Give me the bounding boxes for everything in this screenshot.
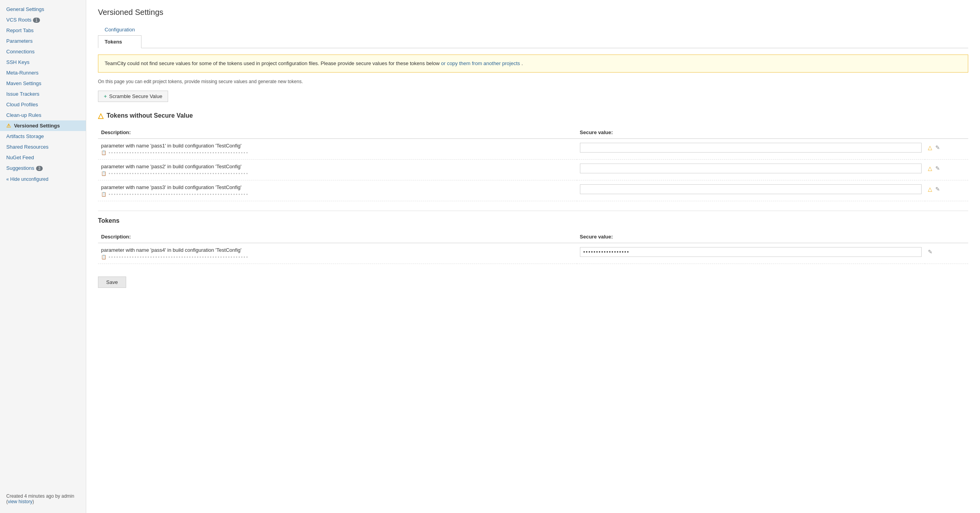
sidebar-item-report-tabs[interactable]: Report Tabs — [0, 25, 86, 36]
sidebar-item-nuget-feed[interactable]: NuGet Feed — [0, 152, 86, 163]
secure-value-input[interactable] — [580, 164, 922, 173]
sidebar-badge: 3 — [36, 166, 43, 171]
tokens-without-section-title: △ Tokens without Secure Value — [98, 111, 968, 120]
secure-value-cell — [577, 243, 925, 264]
save-button[interactable]: Save — [98, 277, 126, 288]
sidebar-item-label: Maven Settings — [6, 80, 42, 86]
sidebar-item-label: SSH Keys — [6, 59, 29, 65]
footer-text: Created 4 minutes ago by admin — [6, 493, 74, 499]
sidebar-item-general-settings[interactable]: General Settings — [0, 4, 86, 15]
warning-icon: △ — [928, 186, 932, 192]
sidebar-item-clean-up-rules[interactable]: Clean-up Rules — [0, 110, 86, 120]
secure-value-input[interactable] — [580, 247, 922, 257]
warning-banner: TeamCity could not find secure values fo… — [98, 55, 968, 73]
sidebar-item-label: Parameters — [6, 38, 33, 44]
edit-icon[interactable]: ✎ — [935, 186, 940, 192]
token-hash: 📋 ••••••••••••••••••••••••••••••••••••••… — [101, 192, 574, 197]
edit-icon[interactable]: ✎ — [935, 165, 940, 171]
action-cell: ✎ — [925, 243, 968, 264]
sidebar-item-label: NuGet Feed — [6, 155, 34, 160]
plus-icon: + — [104, 93, 107, 99]
sidebar-item-label: Clean-up Rules — [6, 112, 42, 118]
scramble-button[interactable]: + Scramble Secure Value — [98, 91, 168, 102]
sidebar-item-issue-trackers[interactable]: Issue Trackers — [0, 89, 86, 99]
desc-header-1: Description: — [98, 126, 577, 139]
secure-value-input[interactable] — [580, 184, 922, 194]
sidebar-item-connections[interactable]: Connections — [0, 46, 86, 57]
sidebar-item-parameters[interactable]: Parameters — [0, 36, 86, 46]
copy-icon[interactable]: 📋 — [101, 255, 107, 260]
warning-text: TeamCity could not find secure values fo… — [105, 60, 441, 66]
page-description: On this page you can edit project tokens… — [98, 79, 968, 84]
token-desc-cell: parameter with name 'pass2' in build con… — [98, 159, 577, 180]
sidebar-item-label: Meta-Runners — [6, 70, 38, 76]
sidebar-item-label: Cloud Profiles — [6, 102, 38, 107]
secure-value-cell — [577, 180, 925, 201]
sidebar-item-artifacts-storage[interactable]: Artifacts Storage — [0, 131, 86, 142]
warning-icon: △ — [928, 165, 932, 171]
token-description: parameter with name 'pass4' in build con… — [101, 247, 574, 253]
token-hash: 📋 ••••••••••••••••••••••••••••••••••••••… — [101, 150, 574, 155]
action-cell: △ ✎ — [925, 159, 968, 180]
sidebar-item-label: Shared Resources — [6, 144, 49, 150]
token-without-row: parameter with name 'pass2' in build con… — [98, 159, 968, 180]
token-desc-cell: parameter with name 'pass1' in build con… — [98, 138, 577, 159]
sidebar-item-versioned-settings[interactable]: ⚠ Versioned Settings — [0, 120, 86, 131]
desc-header-2: Description: — [98, 231, 577, 243]
token-desc-cell: parameter with name 'pass3' in build con… — [98, 180, 577, 201]
token-desc-cell: parameter with name 'pass4' in build con… — [98, 243, 577, 264]
secure-value-input[interactable] — [580, 143, 922, 153]
copy-link[interactable]: or copy them from another projects — [441, 60, 520, 66]
hash-text: ••••••••••••••••••••••••••••••••••••••••… — [108, 255, 248, 260]
tokens-title-text: Tokens — [98, 217, 120, 224]
copy-icon[interactable]: 📋 — [101, 192, 107, 197]
token-description: parameter with name 'pass3' in build con… — [101, 184, 574, 190]
sidebar-item-suggestions[interactable]: Suggestions3 — [0, 163, 86, 173]
action-cell: △ ✎ — [925, 138, 968, 159]
sidebar-badge: 1 — [33, 18, 40, 23]
sidebar-footer: Created 4 minutes ago by admin (view his… — [0, 489, 86, 509]
hash-text: ••••••••••••••••••••••••••••••••••••••••… — [108, 171, 248, 176]
sidebar-item-label: VCS Roots — [6, 17, 31, 23]
sidebar-item-label: General Settings — [6, 6, 44, 12]
tokens-without-title-text: Tokens without Secure Value — [107, 112, 193, 119]
warning-icon: △ — [928, 144, 932, 151]
sidebar-item-label: Versioned Settings — [14, 123, 60, 129]
hide-unconfigured[interactable]: « Hide unconfigured — [0, 173, 86, 185]
sidebar-item-label: Artifacts Storage — [6, 133, 44, 139]
token-description: parameter with name 'pass2' in build con… — [101, 164, 574, 169]
warning-triangle-icon: △ — [98, 111, 103, 120]
secure-value-cell — [577, 159, 925, 180]
edit-icon[interactable]: ✎ — [935, 144, 940, 151]
secure-header-1: Secure value: — [577, 126, 925, 139]
secure-value-cell — [577, 138, 925, 159]
copy-icon[interactable]: 📋 — [101, 171, 107, 176]
token-hash: 📋 ••••••••••••••••••••••••••••••••••••••… — [101, 171, 574, 176]
sidebar-item-shared-resources[interactable]: Shared Resources — [0, 142, 86, 152]
warning-icon: ⚠ — [6, 123, 13, 129]
sidebar-item-maven-settings[interactable]: Maven Settings — [0, 78, 86, 89]
tokens-section-title: Tokens — [98, 217, 968, 224]
sidebar-item-ssh-keys[interactable]: SSH Keys — [0, 57, 86, 67]
tabs-container: ConfigurationTokens — [98, 23, 968, 48]
view-history-link[interactable]: view history — [8, 499, 33, 504]
token-without-row: parameter with name 'pass1' in build con… — [98, 138, 968, 159]
edit-icon[interactable]: ✎ — [928, 249, 933, 255]
token-description: parameter with name 'pass1' in build con… — [101, 143, 574, 149]
sidebar-item-meta-runners[interactable]: Meta-Runners — [0, 67, 86, 78]
hash-text: ••••••••••••••••••••••••••••••••••••••••… — [108, 150, 248, 155]
sidebar-item-vcs-roots[interactable]: VCS Roots1 — [0, 15, 86, 25]
scramble-label: Scramble Secure Value — [109, 93, 163, 99]
tab-configuration[interactable]: Configuration — [98, 23, 141, 36]
secure-header-2: Secure value: — [577, 231, 925, 243]
tokens-table: Description: Secure value: parameter wit… — [98, 231, 968, 264]
page-title: Versioned Settings — [98, 8, 968, 17]
sidebar-item-label: Report Tabs — [6, 27, 34, 33]
token-hash: 📋 ••••••••••••••••••••••••••••••••••••••… — [101, 255, 574, 260]
token-without-row: parameter with name 'pass3' in build con… — [98, 180, 968, 201]
sidebar-item-cloud-profiles[interactable]: Cloud Profiles — [0, 99, 86, 110]
copy-icon[interactable]: 📋 — [101, 150, 107, 155]
warning-text-after: . — [520, 60, 523, 66]
hash-text: ••••••••••••••••••••••••••••••••••••••••… — [108, 192, 248, 197]
tab-tokens[interactable]: Tokens — [98, 35, 141, 48]
